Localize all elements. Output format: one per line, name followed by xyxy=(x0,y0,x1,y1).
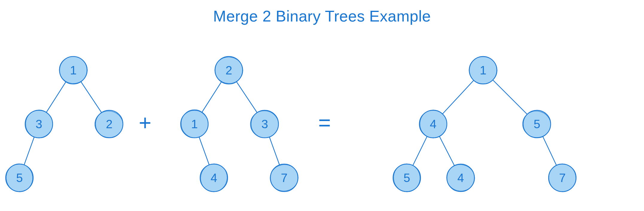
tree3-left-left-label: 5 xyxy=(392,163,422,193)
tree1-left-label: 3 xyxy=(24,109,54,139)
tree3-right-right-label: 7 xyxy=(547,163,577,193)
tree1-left-left-node: 5 xyxy=(4,163,34,193)
tree3-right-right-node: 7 xyxy=(547,163,577,193)
tree2-right-right-node: 7 xyxy=(269,163,299,193)
tree1-root-node: 1 xyxy=(58,55,88,85)
tree2-left-right-label: 4 xyxy=(199,163,229,193)
tree2-right-right-label: 7 xyxy=(269,163,299,193)
tree3-left-left-node: 5 xyxy=(392,163,422,193)
tree2-root-label: 2 xyxy=(214,55,244,85)
tree2-left-node: 1 xyxy=(179,109,209,139)
tree3-right-node: 5 xyxy=(522,109,552,139)
tree3-right-label: 5 xyxy=(522,109,552,139)
tree3-left-right-node: 4 xyxy=(446,163,476,193)
tree2-root-node: 2 xyxy=(214,55,244,85)
tree2-left-label: 1 xyxy=(179,109,209,139)
tree3-left-label: 4 xyxy=(418,109,448,139)
tree2-right-label: 3 xyxy=(250,109,280,139)
equals-operator: = xyxy=(318,110,331,135)
tree1-right-node: 2 xyxy=(94,109,124,139)
tree3-root-node: 1 xyxy=(468,55,498,85)
tree1-root-label: 1 xyxy=(58,55,88,85)
tree1-left-node: 3 xyxy=(24,109,54,139)
tree3-root-label: 1 xyxy=(468,55,498,85)
tree2-left-right-node: 4 xyxy=(199,163,229,193)
tree3-left-right-label: 4 xyxy=(446,163,476,193)
tree3-left-node: 4 xyxy=(418,109,448,139)
plus-operator: + xyxy=(139,110,151,135)
tree1-left-left-label: 5 xyxy=(4,163,34,193)
tree2-right-node: 3 xyxy=(250,109,280,139)
tree1-right-label: 2 xyxy=(94,109,124,139)
